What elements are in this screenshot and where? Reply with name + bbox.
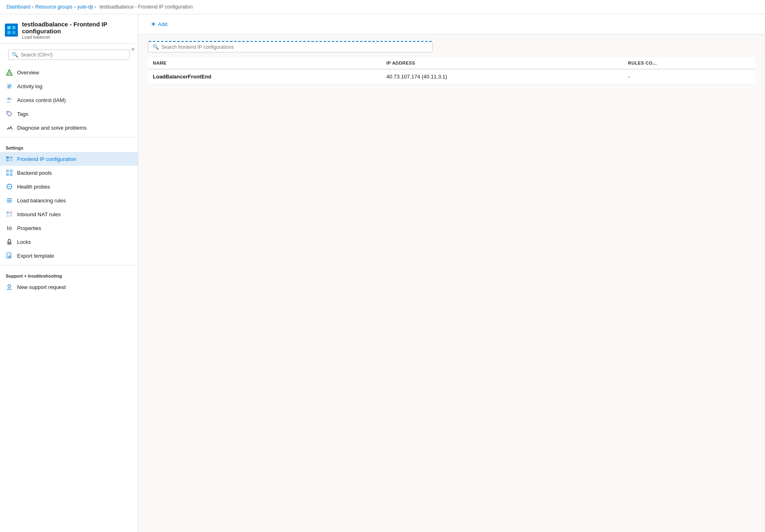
plus-icon: + (151, 20, 156, 28)
cell-name: LoadBalancerFrontEnd (148, 69, 382, 84)
svg-point-36 (8, 285, 11, 288)
sidebar-item-overview-label: Overview (17, 69, 39, 76)
sidebar-item-frontend-ip[interactable]: Frontend IP configuration (0, 152, 138, 166)
sidebar-item-export-template[interactable]: Export template (0, 249, 138, 263)
sidebar-search-icon: 🔍 (12, 52, 18, 58)
sidebar-item-backend-pools[interactable]: Backend pools (0, 166, 138, 180)
content-area: + Add 🔍 NAME IP ADDRESS RULES CO... (138, 14, 765, 532)
new-support-icon (6, 283, 13, 291)
toolbar: + Add (138, 14, 765, 35)
lb-rules-icon (6, 197, 13, 204)
settings-divider (0, 137, 138, 137)
add-label: Add (158, 21, 167, 27)
sidebar-title: testloadbalance - Frontend IP configurat… (22, 21, 133, 35)
sidebar-item-frontend-ip-label: Frontend IP configuration (17, 156, 76, 162)
table-row[interactable]: LoadBalancerFrontEnd 40.73.107.174 (40.1… (148, 69, 755, 84)
svg-point-11 (9, 98, 12, 100)
sidebar-item-inbound-nat[interactable]: Inbound NAT rules (0, 207, 138, 221)
breadcrumb-dashboard[interactable]: Dashboard (7, 4, 30, 10)
support-section-label: Support + troubleshooting (0, 268, 138, 280)
col-header-ip: IP ADDRESS (382, 57, 624, 69)
properties-icon (6, 224, 13, 232)
sidebar-item-health-probes-label: Health probes (17, 184, 50, 190)
sidebar-item-new-support[interactable]: New support request (0, 280, 138, 294)
table-header-row: NAME IP ADDRESS RULES CO... (148, 57, 755, 69)
sidebar-item-tags-label: Tags (17, 111, 28, 117)
sidebar-item-lb-rules-label: Load balancing rules (17, 198, 66, 204)
svg-rect-27 (10, 211, 12, 214)
cell-ip-address: 40.73.107.174 (40.11.3.1) (382, 69, 624, 84)
sidebar-item-backend-pools-label: Backend pools (17, 170, 52, 176)
sidebar-logo-icon (5, 24, 18, 37)
table-search-bar[interactable]: 🔍 (148, 41, 432, 52)
sidebar-header: testloadbalance - Frontend IP configurat… (0, 14, 138, 44)
sidebar-item-diagnose[interactable]: Diagnose and solve problems (0, 121, 138, 135)
table-search-input[interactable] (161, 44, 428, 50)
breadcrumb-current: testloadbalance - Frontend IP configurat… (100, 4, 193, 10)
table-search-icon: 🔍 (152, 44, 159, 50)
sidebar-item-tags[interactable]: Tags (0, 107, 138, 121)
sidebar-item-activity-log-label: Activity log (17, 83, 42, 89)
sidebar: testloadbalance - Frontend IP configurat… (0, 14, 138, 532)
svg-rect-18 (10, 169, 13, 172)
locks-icon (6, 238, 13, 245)
svg-rect-33 (7, 242, 11, 245)
cell-rules-count: - (623, 69, 755, 84)
svg-rect-13 (6, 156, 9, 159)
svg-rect-17 (6, 169, 9, 172)
svg-rect-16 (10, 159, 13, 161)
access-control-icon (6, 96, 13, 104)
svg-rect-28 (7, 215, 9, 217)
col-header-rules: RULES CO... (623, 57, 755, 69)
inbound-nat-icon (6, 211, 13, 218)
svg-point-22 (9, 186, 10, 187)
export-template-icon (6, 252, 13, 259)
sidebar-item-locks[interactable]: Locks (0, 235, 138, 249)
frontend-ip-icon (6, 155, 13, 163)
svg-rect-2 (7, 31, 11, 34)
diagnose-icon (6, 124, 13, 131)
sidebar-item-activity-log[interactable]: Activity log (0, 79, 138, 93)
svg-rect-20 (10, 173, 13, 176)
svg-rect-19 (6, 173, 9, 176)
sidebar-item-properties-label: Properties (17, 225, 41, 231)
breadcrumb: Dashboard › Resource groups › yute-dji ›… (0, 0, 765, 14)
svg-point-12 (8, 112, 9, 113)
sidebar-subtitle: Load balancer (22, 35, 133, 39)
overview-icon (6, 69, 13, 76)
sidebar-item-locks-label: Locks (17, 239, 31, 245)
svg-rect-26 (7, 211, 9, 214)
sidebar-search-input[interactable] (21, 52, 126, 58)
sidebar-item-properties[interactable]: Properties (0, 221, 138, 235)
frontend-ip-table: NAME IP ADDRESS RULES CO... LoadBalancer… (148, 57, 755, 84)
table-area: 🔍 NAME IP ADDRESS RULES CO... LoadBalanc… (138, 35, 765, 532)
svg-rect-0 (7, 26, 11, 29)
svg-rect-29 (10, 215, 12, 217)
svg-rect-1 (12, 26, 15, 29)
svg-rect-15 (6, 159, 9, 161)
sidebar-item-health-probes[interactable]: Health probes (0, 180, 138, 193)
sidebar-search-box[interactable]: 🔍 (8, 50, 130, 60)
sidebar-item-inbound-nat-label: Inbound NAT rules (17, 211, 61, 217)
support-divider (0, 265, 138, 265)
sidebar-item-access-control[interactable]: Access control (IAM) (0, 93, 138, 107)
backend-pools-icon (6, 169, 13, 176)
breadcrumb-yute-dji[interactable]: yute-dji (77, 4, 93, 10)
col-header-name: NAME (148, 57, 382, 69)
sidebar-item-lb-rules[interactable]: Load balancing rules (0, 193, 138, 207)
sidebar-item-export-template-label: Export template (17, 253, 54, 259)
tags-icon (6, 110, 13, 117)
sidebar-item-diagnose-label: Diagnose and solve problems (17, 125, 87, 131)
sidebar-item-new-support-label: New support request (17, 284, 66, 290)
activity-log-icon (6, 83, 13, 90)
sidebar-item-access-control-label: Access control (IAM) (17, 97, 66, 103)
svg-rect-14 (10, 156, 13, 159)
sidebar-collapse-button[interactable]: « (128, 44, 138, 54)
breadcrumb-resource-groups[interactable]: Resource groups (35, 4, 72, 10)
sidebar-item-overview[interactable]: Overview (0, 65, 138, 79)
add-button[interactable]: + Add (148, 18, 171, 30)
svg-rect-3 (12, 31, 15, 34)
settings-section-label: Settings (0, 140, 138, 152)
sidebar-search-row: 🔍 « (0, 44, 138, 65)
health-probes-icon (6, 183, 13, 190)
